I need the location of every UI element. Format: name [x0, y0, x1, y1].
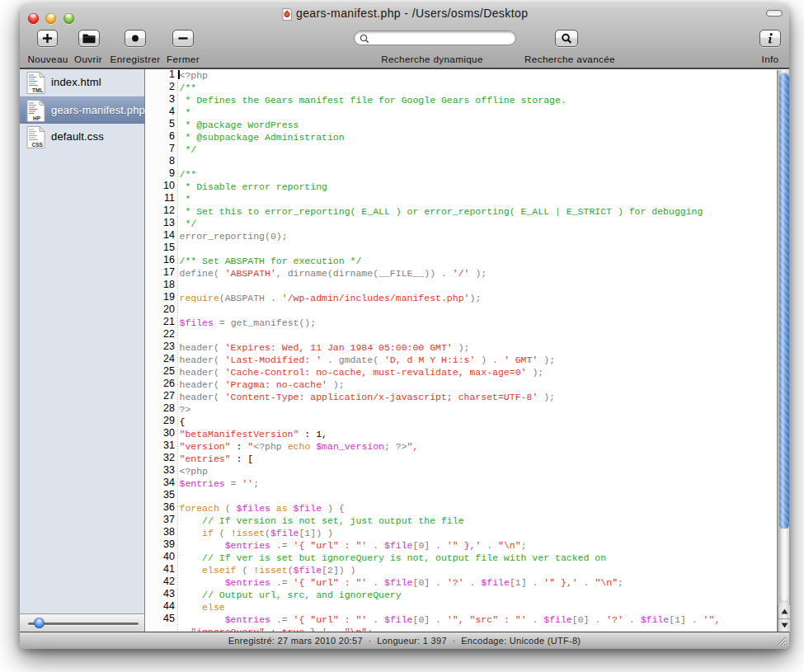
- svg-text:CSS: CSS: [32, 142, 44, 148]
- svg-text:HP: HP: [33, 115, 41, 121]
- svg-text:TML: TML: [32, 87, 43, 93]
